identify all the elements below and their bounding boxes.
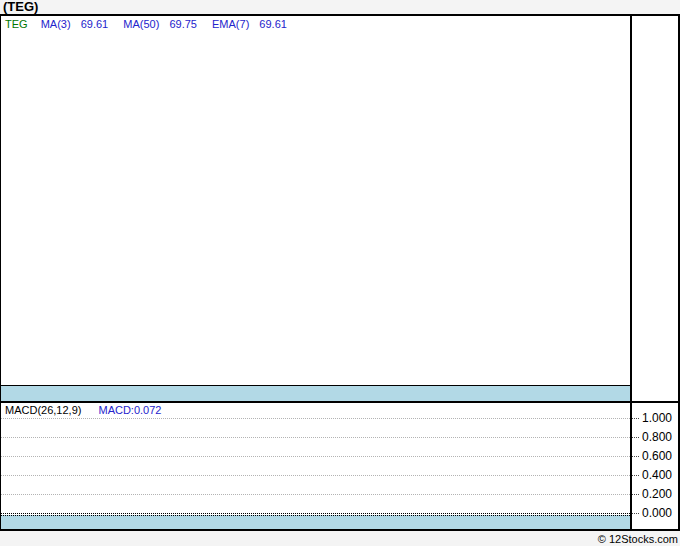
ticker-title: (TEG) — [3, 0, 38, 13]
ma50-value: 69.75 — [169, 18, 197, 30]
ytick-mark — [632, 494, 639, 495]
ma3-label: MA(3) — [41, 18, 71, 30]
gridline-0.400 — [1, 475, 630, 476]
ma50-label: MA(50) — [123, 18, 159, 30]
ytick-mark — [632, 418, 639, 419]
ytick-mark — [632, 475, 639, 476]
ytick-label: 0.400 — [642, 469, 672, 481]
macd-panel: MACD(26,12,9) MACD:0.072 1.000 0.800 0.6… — [0, 401, 680, 531]
footer-bar: © 12Stocks.com — [0, 532, 680, 546]
gridline-zero — [1, 513, 630, 514]
ticker-symbol: TEG — [5, 18, 28, 30]
macd-params-label: MACD(26,12,9) — [5, 404, 81, 416]
stock-chart-page: (TEG) TEG MA(3) 69.61 MA(50) 69.75 EMA(7… — [0, 0, 680, 546]
price-xaxis-band — [1, 385, 630, 401]
ytick-mark — [632, 513, 639, 514]
ema7-value: 69.61 — [259, 18, 287, 30]
ytick-label: 0.800 — [642, 431, 672, 443]
gridline-1.000 — [1, 418, 630, 419]
ytick-mark — [632, 437, 639, 438]
gridline-0.600 — [1, 456, 630, 457]
gridline-0.800 — [1, 437, 630, 438]
credit-link[interactable]: © 12Stocks.com — [598, 533, 678, 545]
ytick-label: 0.200 — [642, 488, 672, 500]
price-legend: TEG MA(3) 69.61 MA(50) 69.75 EMA(7) 69.6… — [5, 18, 299, 30]
macd-legend: MACD(26,12,9) MACD:0.072 — [5, 404, 161, 416]
macd-xaxis-band — [1, 515, 630, 529]
ma3-value: 69.61 — [81, 18, 109, 30]
ytick-label: 0.000 — [642, 507, 672, 519]
ytick-mark — [632, 456, 639, 457]
ytick-label: 1.000 — [642, 412, 672, 424]
macd-axis-separator — [630, 403, 632, 529]
ytick-label: 0.600 — [642, 450, 672, 462]
price-chart-panel: TEG MA(3) 69.61 MA(50) 69.75 EMA(7) 69.6… — [0, 14, 680, 401]
macd-value: MACD:0.072 — [98, 404, 161, 416]
gridline-0.200 — [1, 494, 630, 495]
price-axis-separator — [630, 16, 632, 401]
chart-header: (TEG) — [0, 0, 680, 14]
ema7-label: EMA(7) — [212, 18, 249, 30]
